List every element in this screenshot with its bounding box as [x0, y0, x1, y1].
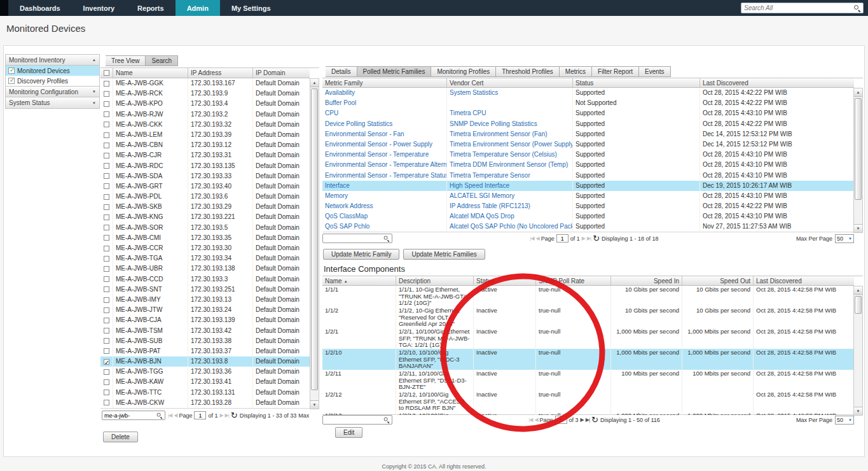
device-row-checkbox[interactable] — [104, 163, 109, 169]
device-row[interactable]: ME-A-JWB-RDC 172.30.193.135 Default Doma… — [100, 161, 310, 171]
device-row[interactable]: ME-A-JWB-JTW 172.30.193.24 Default Domai… — [100, 305, 310, 315]
detail-panel-tab[interactable]: Filter Report — [592, 66, 639, 77]
device-row-checkbox[interactable] — [104, 173, 109, 179]
device-row[interactable]: ME-A-JWB-TTC 172.30.193.131 Default Doma… — [100, 388, 310, 398]
metric-family-row[interactable]: Environmental Sensor - Fan Timetra Envir… — [322, 129, 854, 139]
device-row[interactable]: ME-A-JWB-KNG 172.30.193.221 Default Doma… — [100, 212, 310, 222]
page-number-input[interactable] — [194, 411, 206, 419]
device-row-checkbox[interactable] — [104, 132, 109, 138]
metric-family-link[interactable]: Environmental Sensor - Temperature — [322, 150, 447, 160]
metric-family-link[interactable]: Buffer Pool — [322, 98, 447, 108]
max-per-page-select[interactable]: 50 ▼ — [835, 234, 854, 243]
next-page-icon[interactable]: ▶ — [219, 412, 223, 418]
metric-family-row[interactable]: Environmental Sensor - Temperature Statu… — [322, 171, 854, 181]
update-metric-families-button[interactable]: Update Metric Families — [403, 249, 485, 260]
col-header-name[interactable]: Name — [113, 68, 188, 78]
nav-tab[interactable]: Admin — [176, 0, 220, 16]
device-row[interactable]: ME-A-JWB-PAT 172.30.193.37 Default Domai… — [100, 346, 310, 356]
vendor-cert-link[interactable]: System Statistics — [447, 88, 573, 98]
global-search-input[interactable] — [744, 4, 853, 11]
last-page-icon[interactable]: ▶| — [586, 417, 589, 423]
metric-family-link[interactable]: QoS ClassMap — [322, 211, 447, 221]
device-row[interactable]: ME-A-JWB-SNT 172.30.193.251 Default Doma… — [100, 285, 310, 295]
scroll-down-icon[interactable]: ▼ — [310, 400, 319, 409]
detail-panel-tab[interactable]: Monitoring Profiles — [431, 66, 496, 77]
device-row[interactable]: ME-A-JWB-TGG 172.30.193.36 Default Domai… — [100, 367, 310, 377]
device-row-checkbox[interactable] — [104, 204, 109, 210]
device-row[interactable]: ME-A-JWB-TGA 172.30.193.34 Default Domai… — [100, 253, 310, 264]
device-row-checkbox[interactable] — [104, 225, 109, 230]
device-row[interactable]: ME-A-JWB-BJN 172.30.193.8 Default Domain — [100, 356, 310, 367]
metric-family-link[interactable]: Network Address — [322, 201, 447, 211]
vendor-cert-link[interactable]: IP Address Table (RFC1213) — [447, 201, 573, 211]
nav-tab[interactable]: Inventory — [72, 0, 127, 16]
metric-family-row[interactable]: Availability System Statistics Supported… — [322, 88, 854, 98]
device-table-scrollbar[interactable]: ▲ ▼ — [310, 78, 319, 409]
device-row-checkbox[interactable] — [104, 235, 109, 241]
device-row-checkbox[interactable] — [104, 276, 109, 282]
device-row[interactable]: ME-A-JWB-CBN 172.30.193.12 Default Domai… — [100, 140, 310, 150]
device-row-checkbox[interactable] — [104, 153, 109, 158]
vendor-cert-link[interactable]: Alcatel MDA QoS Drop — [447, 211, 573, 221]
device-panel-tab[interactable]: Tree View — [106, 55, 146, 66]
metric-family-row[interactable]: Device Polling Statistics SNMP Device Po… — [322, 119, 854, 129]
update-metric-family-button[interactable]: Update Metric Family — [323, 249, 399, 260]
device-row[interactable]: ME-A-JWB-RCK 172.30.193.9 Default Domain — [100, 88, 310, 99]
device-row-checkbox[interactable] — [104, 81, 109, 87]
device-row-checkbox[interactable] — [104, 359, 109, 365]
device-row-checkbox[interactable] — [104, 297, 109, 303]
scroll-down-icon[interactable]: ▼ — [854, 224, 862, 232]
scroll-up-icon[interactable]: ▲ — [310, 79, 319, 87]
metric-family-link[interactable]: Environmental Sensor - Temperature Alter… — [322, 160, 447, 170]
vendor-cert-link[interactable] — [447, 98, 573, 108]
next-page-icon[interactable]: ▶ — [581, 417, 584, 423]
device-row[interactable]: ME-A-JWB-PDL 172.30.193.6 Default Domain — [100, 192, 310, 202]
next-page-icon[interactable]: ▶ — [582, 236, 585, 241]
device-row-checkbox[interactable] — [104, 194, 109, 200]
first-page-icon[interactable]: |◀ — [168, 412, 172, 418]
metric-family-row[interactable]: Interface High Speed Interface Supported… — [322, 181, 854, 191]
prev-page-icon[interactable]: ◀ — [534, 417, 537, 423]
vendor-cert-link[interactable]: Timetra CPU — [447, 108, 573, 118]
col-header-status[interactable]: Status — [474, 276, 536, 285]
device-row[interactable]: ME-A-JWB-SOR 172.30.193.5 Default Domain — [100, 223, 310, 233]
interface-row[interactable]: 1/2/1 1/2/1, 10/100/Gig Ethernet SFP, "T… — [322, 328, 854, 349]
last-page-icon[interactable]: ▶| — [225, 412, 229, 418]
vendor-cert-link[interactable]: High Speed Interface — [447, 181, 573, 191]
metric-family-row[interactable]: Environmental Sensor - Power Supply Time… — [322, 139, 854, 150]
device-row[interactable]: ME-A-JWB-IMY 172.30.193.13 Default Domai… — [100, 295, 310, 305]
device-row[interactable]: ME-A-JWB-SKB 172.30.193.29 Default Domai… — [100, 202, 310, 212]
page-number-input[interactable] — [556, 234, 568, 243]
refresh-icon[interactable]: ↻ — [231, 412, 238, 419]
col-header-snmp-poll-rate[interactable]: SNMP Poll Rate — [536, 276, 611, 285]
vendor-cert-link[interactable]: SNMP Device Polling Statistics — [447, 119, 573, 129]
sidebar-item[interactable]: Discovery Profiles — [6, 76, 99, 86]
col-header-speed-out[interactable]: Speed Out — [682, 276, 754, 285]
device-row-checkbox[interactable] — [104, 379, 109, 385]
metric-family-link[interactable]: QoS SAP Pchlo — [322, 221, 447, 232]
edit-button[interactable]: Edit — [335, 427, 362, 438]
metric-table-scrollbar[interactable]: ▲ ▼ — [853, 88, 863, 233]
vendor-cert-link[interactable]: Timetra Environment Sensor (Fan) — [447, 129, 573, 139]
refresh-icon[interactable]: ↻ — [593, 235, 600, 242]
device-row-checkbox[interactable] — [104, 390, 109, 395]
search-icon[interactable] — [383, 236, 389, 241]
scroll-thumb[interactable] — [311, 88, 318, 390]
device-row-checkbox[interactable] — [104, 400, 109, 405]
metric-family-row[interactable]: Buffer Pool Not Supported Oct 28, 2015 4… — [322, 98, 854, 108]
nav-tab[interactable]: Reports — [126, 0, 176, 16]
scroll-thumb[interactable] — [855, 98, 862, 200]
col-header-name[interactable]: Name▲ — [322, 276, 396, 285]
vendor-cert-link[interactable]: Timetra Temperature Sensor (Celsius) — [447, 150, 573, 160]
metric-family-row[interactable]: Environmental Sensor - Temperature Alter… — [322, 160, 854, 170]
col-header-description[interactable]: Description — [396, 276, 474, 285]
scroll-up-icon[interactable]: ▲ — [854, 286, 862, 295]
device-row-checkbox[interactable] — [104, 246, 109, 251]
delete-button[interactable]: Delete — [103, 432, 138, 442]
device-row-checkbox[interactable] — [104, 143, 109, 148]
vendor-cert-link[interactable]: ALCATEL SGI Memory — [447, 191, 573, 201]
device-row[interactable]: ME-A-JWB-KAW 172.30.193.41 Default Domai… — [100, 377, 310, 387]
nav-tab[interactable]: Dashboards — [8, 0, 72, 16]
device-row-checkbox[interactable] — [104, 256, 109, 262]
vendor-cert-link[interactable]: Timetra Temperature Sensor — [447, 171, 573, 181]
